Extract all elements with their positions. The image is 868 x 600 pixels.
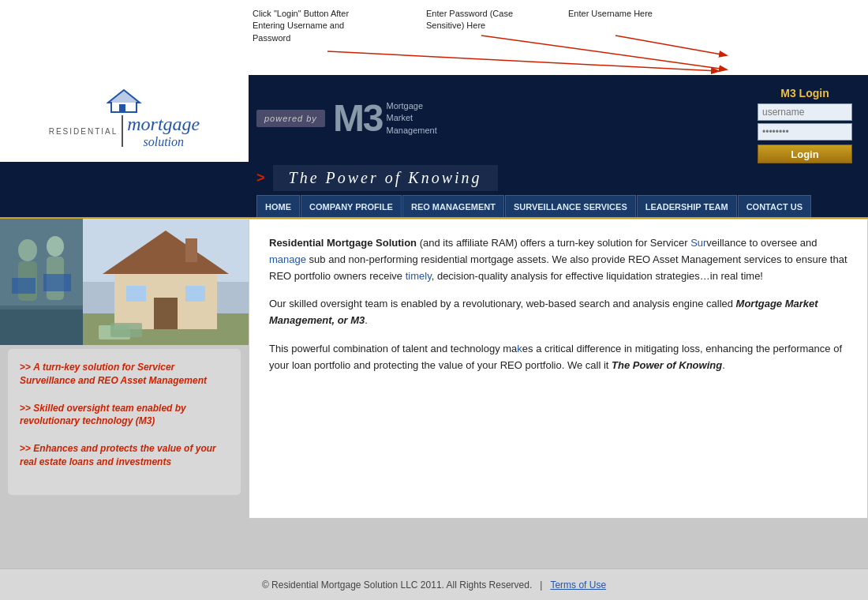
bullet-arrow-2: >> <box>20 403 31 414</box>
nav-home[interactable]: HOME <box>256 195 300 217</box>
sidebar-bullet-2: >> Skilled oversight team enabled by rev… <box>20 402 229 429</box>
svg-rect-21 <box>126 286 146 302</box>
login-panel: M3 Login Login <box>758 87 852 163</box>
footer: © Residential Mortgage Solution LLC 2011… <box>0 568 868 600</box>
content-para-3: This powerful combination of talent and … <box>269 341 847 374</box>
nav-surveillance[interactable]: SURVEILLANCE SERVICES <box>505 195 636 217</box>
svg-rect-23 <box>154 298 178 329</box>
sidebar-people-image <box>0 219 83 345</box>
annotation-1: Click "Login" Button After Entering User… <box>253 8 371 44</box>
login-title: M3 Login <box>758 87 852 99</box>
svg-rect-14 <box>43 274 71 291</box>
svg-rect-4 <box>119 104 125 112</box>
terms-of-use-link[interactable]: Terms of Use <box>550 579 606 591</box>
m3-letter: M3 <box>333 99 383 137</box>
sidebar-bullets: >> A turn-key solution for Servicer Surv… <box>8 349 241 495</box>
logo-residential: RESIDENTIAL <box>49 127 118 136</box>
content-para-1: Residential Mortgage Solution (and its a… <box>269 235 847 284</box>
tagline-text: The Power of Knowing <box>273 165 498 191</box>
m3-logo: M3 Mortgage Market Management <box>333 99 437 137</box>
bullet-arrow-1: >> <box>20 362 31 373</box>
svg-rect-25 <box>110 323 142 337</box>
annotation-2: Enter Password (Case Sensitive) Here <box>426 8 529 32</box>
sidebar-bullet-1: >> A turn-key solution for Servicer Surv… <box>20 361 229 388</box>
sidebar: >> A turn-key solution for Servicer Surv… <box>0 219 249 519</box>
tagline-bar: > The Power of Knowing <box>0 162 868 193</box>
svg-rect-11 <box>0 306 83 309</box>
nav-contact[interactable]: CONTACT US <box>738 195 811 217</box>
svg-line-0 <box>327 51 718 71</box>
svg-rect-20 <box>185 238 197 262</box>
content-para-2: Our skilled oversight team is enabled by… <box>269 296 847 329</box>
sidebar-house-image <box>83 219 249 345</box>
annotations-area: Click "Login" Button After Entering User… <box>0 0 868 75</box>
nav-reo-management[interactable]: REO MANAGEMENT <box>402 195 504 217</box>
sidebar-images <box>0 219 249 345</box>
sidebar-bullet-3: >> Enhances and protects the value of yo… <box>20 442 229 469</box>
house-illustration <box>83 219 249 345</box>
house-icon <box>107 88 142 114</box>
main-content: >> A turn-key solution for Servicer Surv… <box>0 219 868 519</box>
svg-line-2 <box>615 36 726 55</box>
logo-area: RESIDENTIAL mortgage solution <box>0 75 249 162</box>
svg-marker-5 <box>108 90 140 103</box>
nav-leadership[interactable]: LEADERSHIP TEAM <box>637 195 737 217</box>
content-panel: Residential Mortgage Solution (and its a… <box>249 219 868 519</box>
site-wrapper: RESIDENTIAL mortgage solution powered by… <box>0 75 868 600</box>
logo-solution: solution <box>127 135 200 149</box>
people-illustration <box>0 219 83 345</box>
footer-copyright: © Residential Mortgage Solution LLC 2011… <box>262 579 532 591</box>
logo-mortgage: mortgage <box>127 114 200 135</box>
bullet-arrow-3: >> <box>20 443 31 454</box>
m3-description: Mortgage Market Management <box>387 100 437 137</box>
svg-point-7 <box>18 239 37 261</box>
svg-rect-22 <box>185 286 205 302</box>
svg-line-1 <box>481 36 726 69</box>
login-button[interactable]: Login <box>758 144 852 163</box>
header: RESIDENTIAL mortgage solution powered by… <box>0 75 868 162</box>
powered-by-label: powered by <box>256 110 325 127</box>
password-input[interactable] <box>758 123 852 141</box>
annotation-3: Enter Username Here <box>568 8 671 20</box>
tagline-arrow: > <box>256 170 265 186</box>
username-input[interactable] <box>758 103 852 121</box>
nav-company-profile[interactable]: COMPANY PROFILE <box>301 195 402 217</box>
svg-point-9 <box>47 236 64 257</box>
svg-rect-12 <box>0 309 83 345</box>
svg-rect-13 <box>12 278 36 294</box>
nav-bar: HOME COMPANY PROFILE REO MANAGEMENT SURV… <box>0 193 868 219</box>
powered-area: powered by M3 Mortgage Market Management <box>249 99 437 137</box>
footer-divider: | <box>540 579 542 591</box>
